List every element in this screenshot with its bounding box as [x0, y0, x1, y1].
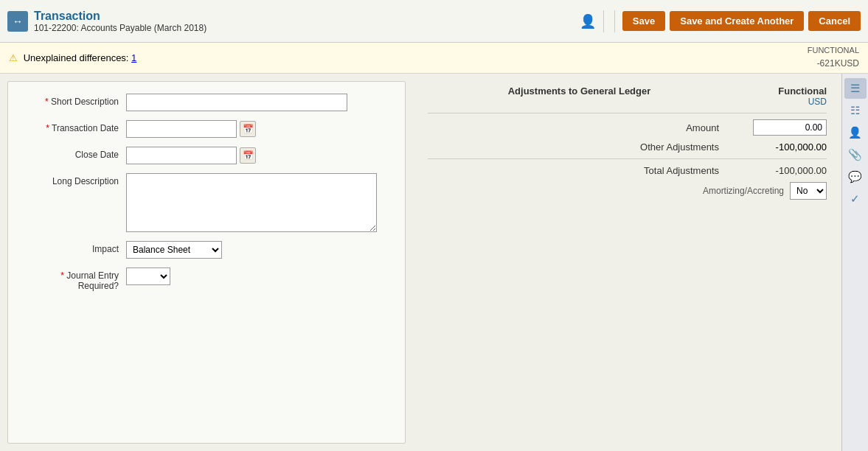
warning-text: Unexplained differences:: [24, 52, 129, 63]
main-content: Short Description Transaction Date 📅 Clo…: [0, 74, 868, 451]
cancel-button[interactable]: Cancel: [808, 11, 861, 31]
gl-header-row: Adjustments to General Ledger Functional…: [428, 85, 827, 113]
sidebar-detail-icon[interactable]: ☷: [844, 100, 867, 121]
close-date-calendar-button[interactable]: 📅: [240, 147, 256, 164]
amortizing-label: Amortizing/Accreting: [703, 186, 784, 196]
gl-other-adj-row: Other Adjustments -100,000.00: [428, 141, 827, 153]
page-title: Transaction: [34, 10, 574, 23]
gl-amount-input[interactable]: [753, 119, 827, 136]
warning-bar: ⚠ Unexplained differences: 1 FUNCTIONAL …: [0, 43, 868, 74]
right-panel: Adjustments to General Ledger Functional…: [413, 74, 841, 451]
sidebar-check-icon[interactable]: ✓: [844, 189, 867, 209]
gl-functional-header: Functional: [731, 85, 827, 97]
long-description-label: Long Description: [23, 173, 126, 186]
page-subtitle: 101-22200: Accounts Payable (March 2018): [34, 23, 574, 33]
warning-message: ⚠ Unexplained differences: 1: [9, 52, 136, 63]
gl-amount-value: [731, 119, 827, 136]
warning-icon: ⚠: [9, 52, 18, 63]
journal-entry-row: Journal Entry Required? Yes No: [23, 268, 390, 291]
transaction-date-input[interactable]: [126, 120, 237, 138]
journal-entry-select[interactable]: Yes No: [126, 268, 170, 285]
long-description-row: Long Description: [23, 173, 390, 232]
sidebar-comment-icon[interactable]: 💬: [844, 167, 867, 187]
gl-amount-label: Amount: [428, 122, 731, 133]
amortizing-select[interactable]: No Yes: [790, 182, 827, 200]
functional-block: FUNCTIONAL -621KUSD: [808, 46, 859, 70]
transaction-date-group: 📅: [126, 120, 256, 138]
close-date-input[interactable]: [126, 147, 237, 164]
transaction-date-row: Transaction Date 📅: [23, 120, 390, 138]
functional-amount: -621KUSD: [808, 55, 859, 70]
divider2: [614, 10, 615, 32]
save-button[interactable]: Save: [622, 11, 665, 31]
short-description-input[interactable]: [126, 94, 347, 111]
user-icon: 👤: [580, 13, 596, 29]
sidebar: ☰ ☷ 👤 📎 💬 ✓: [841, 74, 868, 451]
amortizing-row: Amortizing/Accreting No Yes: [428, 182, 827, 200]
app-icon: ↔: [7, 11, 28, 32]
gl-other-adj-value: -100,000.00: [731, 141, 827, 153]
long-description-input[interactable]: [126, 173, 377, 232]
header-actions: 👤 Save Save and Create Another Cancel: [580, 10, 861, 32]
gl-total-value: -100,000.00: [731, 165, 827, 176]
transaction-date-calendar-button[interactable]: 📅: [240, 121, 256, 137]
sidebar-attachment-icon[interactable]: 📎: [844, 144, 867, 165]
header: ↔ Transaction 101-22200: Accounts Payabl…: [0, 0, 868, 43]
title-block: Transaction 101-22200: Accounts Payable …: [34, 10, 574, 33]
gl-amount-row: Amount: [428, 119, 827, 136]
gl-total-label: Total Adjustments: [428, 165, 731, 176]
transaction-date-label: Transaction Date: [23, 120, 126, 133]
gl-usd-header: USD: [731, 97, 827, 107]
gl-separator: [428, 158, 827, 159]
functional-currency: USD: [841, 58, 859, 69]
journal-entry-label: Journal Entry Required?: [23, 268, 126, 291]
gl-total-row: Total Adjustments -100,000.00: [428, 165, 827, 176]
close-date-group: 📅: [126, 147, 256, 164]
gl-other-adj-label: Other Adjustments: [428, 141, 731, 153]
save-and-create-another-button[interactable]: Save and Create Another: [670, 11, 804, 31]
impact-label: Impact: [23, 241, 126, 254]
short-description-row: Short Description: [23, 94, 390, 111]
close-date-row: Close Date 📅: [23, 147, 390, 164]
unexplained-diff-link[interactable]: 1: [131, 52, 136, 63]
impact-select[interactable]: Balance Sheet Income Statement None: [126, 241, 222, 259]
gl-section-label: Adjustments to General Ledger: [428, 85, 731, 107]
impact-row: Impact Balance Sheet Income Statement No…: [23, 241, 390, 259]
functional-label: FUNCTIONAL: [808, 46, 859, 55]
divider: [603, 10, 604, 32]
form-panel: Short Description Transaction Date 📅 Clo…: [7, 81, 406, 444]
sidebar-list-icon[interactable]: ☰: [844, 78, 867, 99]
sidebar-users-icon[interactable]: 👤: [844, 122, 867, 143]
short-description-label: Short Description: [23, 94, 126, 107]
close-date-label: Close Date: [23, 147, 126, 160]
